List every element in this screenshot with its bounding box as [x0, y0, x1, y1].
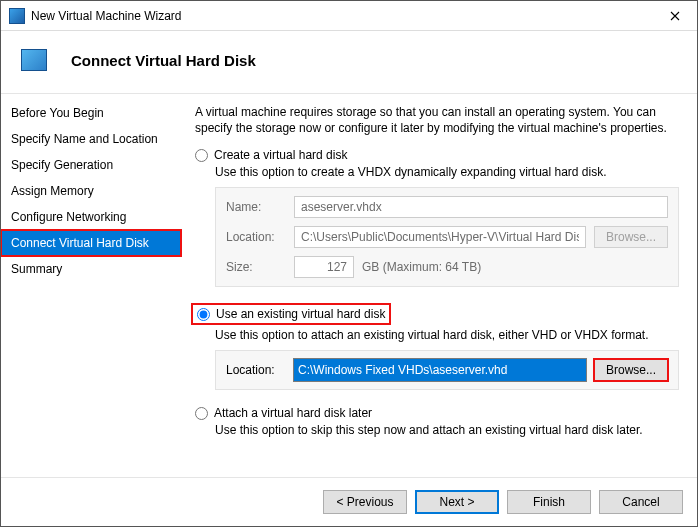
close-icon	[670, 11, 680, 21]
create-size-unit: GB (Maximum: 64 TB)	[362, 260, 481, 274]
titlebar: New Virtual Machine Wizard	[1, 1, 697, 31]
create-loc-input	[294, 226, 586, 248]
radio-later[interactable]	[195, 407, 208, 420]
previous-button[interactable]: < Previous	[323, 490, 407, 514]
page-title: Connect Virtual Hard Disk	[71, 52, 256, 69]
radio-existing[interactable]	[197, 308, 210, 321]
create-name-input	[294, 196, 668, 218]
later-desc: Use this option to skip this step now an…	[215, 423, 679, 437]
radio-create[interactable]	[195, 149, 208, 162]
step-specify-generation[interactable]: Specify Generation	[1, 152, 181, 178]
existing-loc-label: Location:	[226, 363, 286, 377]
radio-existing-label: Use an existing virtual hard disk	[216, 307, 385, 321]
step-configure-networking[interactable]: Configure Networking	[1, 204, 181, 230]
option-existing: Use an existing virtual hard disk Use th…	[195, 303, 679, 390]
create-desc: Use this option to create a VHDX dynamic…	[215, 165, 679, 179]
window-title: New Virtual Machine Wizard	[31, 9, 652, 23]
existing-browse-button[interactable]: Browse...	[594, 359, 668, 381]
step-before-you-begin[interactable]: Before You Begin	[1, 100, 181, 126]
next-button[interactable]: Next >	[415, 490, 499, 514]
step-specify-name[interactable]: Specify Name and Location	[1, 126, 181, 152]
wizard-window: New Virtual Machine Wizard Connect Virtu…	[0, 0, 698, 527]
finish-button[interactable]: Finish	[507, 490, 591, 514]
create-size-label: Size:	[226, 260, 286, 274]
radio-create-label: Create a virtual hard disk	[214, 148, 347, 162]
content-pane: A virtual machine requires storage so th…	[181, 94, 697, 477]
intro-text: A virtual machine requires storage so th…	[195, 104, 679, 136]
step-connect-vhd[interactable]: Connect Virtual Hard Disk	[1, 230, 181, 256]
step-assign-memory[interactable]: Assign Memory	[1, 178, 181, 204]
app-icon	[9, 8, 25, 24]
create-name-label: Name:	[226, 200, 286, 214]
close-button[interactable]	[652, 1, 697, 31]
existing-desc: Use this option to attach an existing vi…	[215, 328, 679, 342]
footer: < Previous Next > Finish Cancel	[1, 477, 697, 526]
header-icon	[21, 49, 47, 71]
create-browse-button: Browse...	[594, 226, 668, 248]
body: Before You Begin Specify Name and Locati…	[1, 94, 697, 477]
step-summary[interactable]: Summary	[1, 256, 181, 282]
wizard-steps: Before You Begin Specify Name and Locati…	[1, 94, 181, 477]
radio-later-label: Attach a virtual hard disk later	[214, 406, 372, 420]
existing-loc-input[interactable]	[294, 359, 586, 381]
create-loc-label: Location:	[226, 230, 286, 244]
create-panel: Name: Location: Browse... Size: GB (Maxi…	[215, 187, 679, 287]
option-later: Attach a virtual hard disk later Use thi…	[195, 406, 679, 437]
option-create: Create a virtual hard disk Use this opti…	[195, 148, 679, 287]
existing-panel: Location: Browse...	[215, 350, 679, 390]
cancel-button[interactable]: Cancel	[599, 490, 683, 514]
create-size-input	[294, 256, 354, 278]
page-header: Connect Virtual Hard Disk	[1, 31, 697, 94]
